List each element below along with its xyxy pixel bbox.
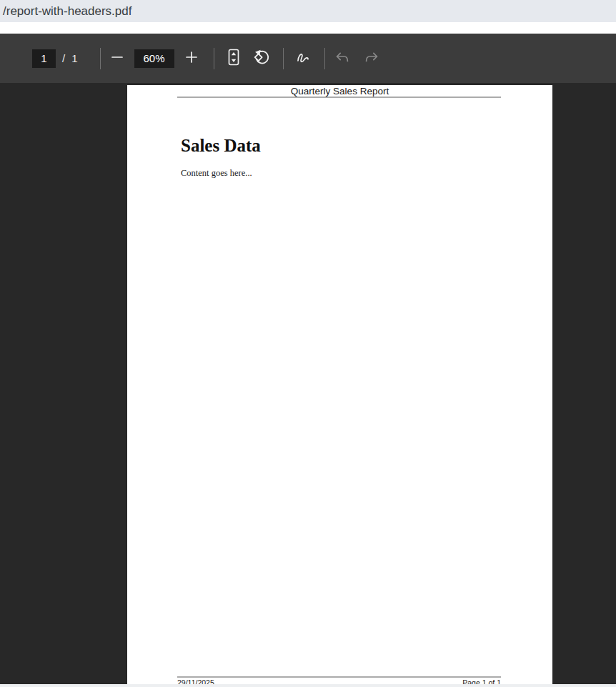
redo-button[interactable] [360,47,383,70]
document-canvas: Quarterly Sales Report Sales Data Conten… [0,83,616,687]
rotate-button[interactable] [251,47,274,70]
toolbar-divider [214,48,214,69]
zoom-out-button[interactable] [106,47,129,70]
header-rule [177,97,501,98]
document-header-title: Quarterly Sales Report [127,86,552,97]
zoom-level-display[interactable]: 60% [134,49,174,68]
toolbar-divider [100,48,101,69]
fit-to-page-button[interactable] [222,47,245,70]
pdf-page[interactable]: Quarterly Sales Report Sales Data Conten… [127,85,552,687]
rotate-icon [254,49,271,68]
minus-icon [110,50,124,66]
file-path-text: /report-with-headers.pdf [3,4,131,19]
page-number-input[interactable] [32,49,56,68]
horizontal-scrollbar[interactable] [0,684,616,687]
undo-button[interactable] [331,47,354,70]
file-path-bar: /report-with-headers.pdf [0,0,616,22]
draw-ink-icon [295,49,312,67]
page-count-label: 1 [71,52,77,64]
titlebar-gap [0,22,616,34]
redo-icon [364,51,379,66]
zoom-in-button[interactable] [180,47,203,70]
fit-to-page-icon [226,48,242,69]
pdf-toolbar: / 1 60% [0,34,616,83]
footer-rule [177,676,501,678]
section-heading: Sales Data [181,136,261,156]
page-separator: / [62,52,65,64]
body-text: Content goes here... [181,168,252,179]
undo-icon [334,51,350,66]
plus-icon [184,50,199,66]
toolbar-divider [324,48,325,69]
toolbar-divider [283,48,284,69]
draw-button[interactable] [292,47,315,70]
